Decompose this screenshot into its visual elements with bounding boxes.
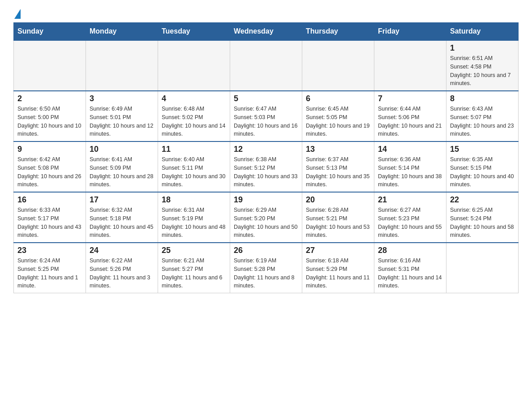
day-number: 13	[306, 145, 370, 154]
day-info: Sunrise: 6:24 AMSunset: 5:25 PMDaylight:…	[17, 257, 82, 290]
calendar-cell: 14Sunrise: 6:36 AMSunset: 5:14 PMDayligh…	[374, 141, 446, 192]
day-number: 7	[378, 94, 442, 103]
day-info: Sunrise: 6:36 AMSunset: 5:14 PMDaylight:…	[378, 155, 442, 189]
day-info: Sunrise: 6:18 AMSunset: 5:29 PMDaylight:…	[306, 257, 370, 290]
day-number: 28	[378, 246, 442, 255]
day-info: Sunrise: 6:27 AMSunset: 5:23 PMDaylight:…	[378, 206, 442, 240]
day-number: 10	[90, 145, 154, 154]
day-info: Sunrise: 6:40 AMSunset: 5:11 PMDaylight:…	[162, 155, 226, 189]
calendar-cell: 24Sunrise: 6:22 AMSunset: 5:26 PMDayligh…	[86, 243, 158, 293]
calendar-cell	[14, 40, 86, 91]
calendar-cell: 3Sunrise: 6:49 AMSunset: 5:01 PMDaylight…	[86, 91, 158, 141]
day-number: 23	[17, 246, 82, 255]
calendar-cell: 12Sunrise: 6:38 AMSunset: 5:12 PMDayligh…	[230, 141, 302, 192]
column-header-monday: Monday	[86, 23, 158, 41]
day-number: 4	[162, 94, 226, 103]
day-info: Sunrise: 6:37 AMSunset: 5:13 PMDaylight:…	[306, 155, 370, 189]
calendar-cell: 5Sunrise: 6:47 AMSunset: 5:03 PMDaylight…	[230, 91, 302, 141]
day-info: Sunrise: 6:22 AMSunset: 5:26 PMDaylight:…	[90, 257, 154, 290]
day-number: 16	[17, 195, 82, 205]
calendar-week-row: 1Sunrise: 6:51 AMSunset: 4:58 PMDaylight…	[14, 40, 519, 91]
day-info: Sunrise: 6:16 AMSunset: 5:31 PMDaylight:…	[378, 257, 442, 290]
calendar-cell: 20Sunrise: 6:28 AMSunset: 5:21 PMDayligh…	[302, 192, 374, 243]
day-number: 5	[234, 94, 298, 103]
day-number: 20	[306, 195, 370, 205]
day-number: 26	[234, 246, 298, 255]
calendar-cell: 6Sunrise: 6:45 AMSunset: 5:05 PMDaylight…	[302, 91, 374, 141]
calendar-cell: 19Sunrise: 6:29 AMSunset: 5:20 PMDayligh…	[230, 192, 302, 243]
day-number: 21	[378, 195, 442, 205]
calendar-cell: 26Sunrise: 6:19 AMSunset: 5:28 PMDayligh…	[230, 243, 302, 293]
day-info: Sunrise: 6:32 AMSunset: 5:18 PMDaylight:…	[90, 206, 154, 240]
calendar-cell	[446, 243, 519, 293]
day-info: Sunrise: 6:50 AMSunset: 5:00 PMDaylight:…	[17, 105, 82, 138]
calendar-cell: 4Sunrise: 6:48 AMSunset: 5:02 PMDaylight…	[158, 91, 230, 141]
calendar-cell: 15Sunrise: 6:35 AMSunset: 5:15 PMDayligh…	[446, 141, 519, 192]
calendar-cell: 23Sunrise: 6:24 AMSunset: 5:25 PMDayligh…	[14, 243, 86, 293]
day-info: Sunrise: 6:51 AMSunset: 4:58 PMDaylight:…	[450, 54, 515, 88]
day-number: 14	[378, 145, 442, 154]
calendar-cell: 21Sunrise: 6:27 AMSunset: 5:23 PMDayligh…	[374, 192, 446, 243]
calendar-week-row: 9Sunrise: 6:42 AMSunset: 5:08 PMDaylight…	[14, 141, 519, 192]
calendar-cell	[230, 40, 302, 91]
day-info: Sunrise: 6:44 AMSunset: 5:06 PMDaylight:…	[378, 105, 442, 138]
day-number: 18	[162, 195, 226, 205]
column-header-friday: Friday	[374, 23, 446, 41]
calendar-cell	[158, 40, 230, 91]
day-info: Sunrise: 6:47 AMSunset: 5:03 PMDaylight:…	[234, 105, 298, 138]
calendar-cell: 16Sunrise: 6:33 AMSunset: 5:17 PMDayligh…	[14, 192, 86, 243]
day-number: 8	[450, 94, 515, 103]
calendar-cell: 2Sunrise: 6:50 AMSunset: 5:00 PMDaylight…	[14, 91, 86, 141]
day-info: Sunrise: 6:38 AMSunset: 5:12 PMDaylight:…	[234, 155, 298, 189]
day-number: 25	[162, 246, 226, 255]
day-number: 22	[450, 195, 515, 205]
day-info: Sunrise: 6:35 AMSunset: 5:15 PMDaylight:…	[450, 155, 515, 189]
calendar-cell: 17Sunrise: 6:32 AMSunset: 5:18 PMDayligh…	[86, 192, 158, 243]
column-header-sunday: Sunday	[14, 23, 86, 41]
calendar-cell: 22Sunrise: 6:25 AMSunset: 5:24 PMDayligh…	[446, 192, 519, 243]
day-number: 24	[90, 246, 154, 255]
calendar-cell	[86, 40, 158, 91]
header	[13, 9, 519, 18]
day-info: Sunrise: 6:19 AMSunset: 5:28 PMDaylight:…	[234, 257, 298, 290]
day-number: 19	[234, 195, 298, 205]
column-header-tuesday: Tuesday	[158, 23, 230, 41]
day-info: Sunrise: 6:21 AMSunset: 5:27 PMDaylight:…	[162, 257, 226, 290]
calendar-cell: 13Sunrise: 6:37 AMSunset: 5:13 PMDayligh…	[302, 141, 374, 192]
day-number: 3	[90, 94, 154, 103]
day-number: 2	[17, 94, 82, 103]
calendar-cell: 8Sunrise: 6:43 AMSunset: 5:07 PMDaylight…	[446, 91, 519, 141]
day-info: Sunrise: 6:33 AMSunset: 5:17 PMDaylight:…	[17, 206, 82, 240]
calendar-cell: 1Sunrise: 6:51 AMSunset: 4:58 PMDaylight…	[446, 40, 519, 91]
column-header-thursday: Thursday	[302, 23, 374, 41]
calendar-cell: 25Sunrise: 6:21 AMSunset: 5:27 PMDayligh…	[158, 243, 230, 293]
calendar-week-row: 2Sunrise: 6:50 AMSunset: 5:00 PMDaylight…	[14, 91, 519, 141]
day-number: 11	[162, 145, 226, 154]
calendar-cell	[374, 40, 446, 91]
day-number: 12	[234, 145, 298, 154]
calendar-cell: 11Sunrise: 6:40 AMSunset: 5:11 PMDayligh…	[158, 141, 230, 192]
day-info: Sunrise: 6:31 AMSunset: 5:19 PMDaylight:…	[162, 206, 226, 240]
column-header-wednesday: Wednesday	[230, 23, 302, 41]
calendar-cell: 10Sunrise: 6:41 AMSunset: 5:09 PMDayligh…	[86, 141, 158, 192]
day-number: 17	[90, 195, 154, 205]
day-number: 1	[450, 43, 515, 53]
calendar-week-row: 16Sunrise: 6:33 AMSunset: 5:17 PMDayligh…	[14, 192, 519, 243]
day-number: 27	[306, 246, 370, 255]
calendar-week-row: 23Sunrise: 6:24 AMSunset: 5:25 PMDayligh…	[14, 243, 519, 293]
calendar-cell: 27Sunrise: 6:18 AMSunset: 5:29 PMDayligh…	[302, 243, 374, 293]
logo	[13, 9, 21, 18]
logo-triangle-icon	[14, 9, 21, 19]
day-info: Sunrise: 6:28 AMSunset: 5:21 PMDaylight:…	[306, 206, 370, 240]
day-number: 15	[450, 145, 515, 154]
day-info: Sunrise: 6:25 AMSunset: 5:24 PMDaylight:…	[450, 206, 515, 240]
column-header-saturday: Saturday	[446, 23, 519, 41]
day-info: Sunrise: 6:45 AMSunset: 5:05 PMDaylight:…	[306, 105, 370, 138]
day-info: Sunrise: 6:43 AMSunset: 5:07 PMDaylight:…	[450, 105, 515, 138]
day-number: 9	[17, 145, 82, 154]
calendar-header-row: SundayMondayTuesdayWednesdayThursdayFrid…	[14, 23, 519, 41]
day-info: Sunrise: 6:29 AMSunset: 5:20 PMDaylight:…	[234, 206, 298, 240]
calendar-cell: 18Sunrise: 6:31 AMSunset: 5:19 PMDayligh…	[158, 192, 230, 243]
day-info: Sunrise: 6:41 AMSunset: 5:09 PMDaylight:…	[90, 155, 154, 189]
calendar-cell	[302, 40, 374, 91]
